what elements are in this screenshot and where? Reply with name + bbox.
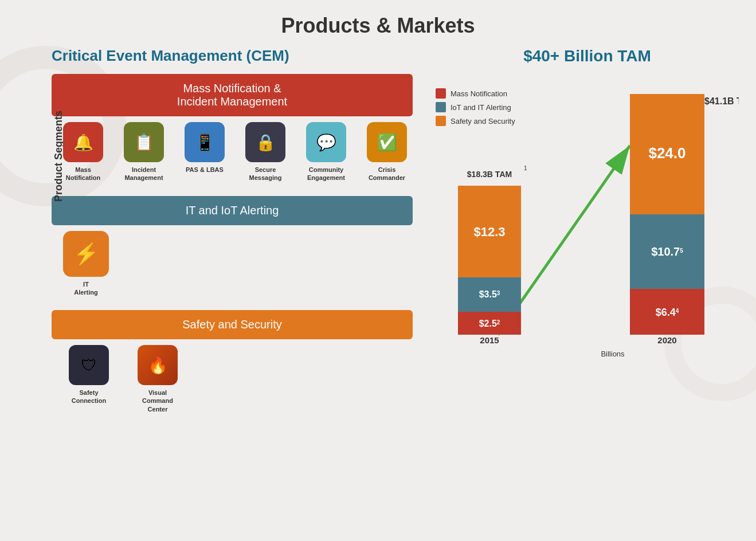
segment-it-iot: IT and IoT Alerting ⚡ ITAlerting: [52, 196, 413, 299]
products-row-it-iot: ⚡ ITAlerting: [52, 225, 413, 299]
crisis-commander-glyph: ✅: [377, 133, 397, 152]
product-item-pas-lbas: 📱 PAS & LBAS: [179, 122, 230, 174]
tam-title: $40+ Billion TAM: [436, 47, 739, 65]
secure-messaging-icon: 🔒: [245, 122, 285, 162]
main-layout: Product Segments Critical Event Manageme…: [0, 47, 756, 415]
community-engagement-glyph: 💬: [316, 133, 336, 152]
chart-wrapper: Mass Notification IoT and IT Alerting Sa…: [436, 83, 739, 381]
it-alerting-label: ITAlerting: [74, 280, 98, 297]
safety-connection-label: SafetyConnection: [72, 389, 107, 405]
billions-label: Billions: [601, 350, 625, 358]
mass-notification-icon-glyph: 🔔: [73, 133, 93, 152]
right-panel: $40+ Billion TAM Mass Notification IoT a…: [424, 47, 739, 415]
segment-box-safety-security: Safety and Security: [52, 310, 413, 339]
product-item-crisis-commander: ✅ CrisisCommander: [361, 122, 413, 182]
product-item-visual-command-center: 🔥 VisualCommand Center: [132, 345, 183, 413]
community-engagement-icon: 💬: [306, 122, 346, 162]
mass-notification-icon: 🔔: [63, 122, 103, 162]
bar-2020-teal-value: $10.75: [651, 245, 683, 258]
bar-2015-tam-label: $18.3B TAM: [467, 170, 512, 179]
left-panel: Product Segments Critical Event Manageme…: [17, 47, 413, 415]
products-row-mass-notification: 🔔 MassNotification 📋 IncidentManagement …: [52, 116, 413, 185]
segment-mass-notification: Mass Notification &Incident Management 🔔…: [52, 74, 413, 185]
segment-box-it-iot: IT and IoT Alerting: [52, 196, 413, 225]
products-row-safety-security: 🛡 SafetyConnection 🔥 VisualCommand Cente…: [52, 339, 413, 415]
pas-lbas-glyph: 📱: [195, 133, 215, 152]
secure-messaging-glyph: 🔒: [256, 133, 276, 152]
bar-chart-svg: $2.52 $3.53 $12.3 $18.3B TAM 1 2015 $6.4…: [441, 94, 739, 381]
bar-2020-year-label: 2020: [657, 335, 676, 345]
incident-management-label: IncidentManagement: [124, 166, 163, 182]
segment-label-safety-security: Safety and Security: [182, 318, 281, 331]
product-item-it-alerting: ⚡ ITAlerting: [57, 231, 115, 297]
segment-label-it-iot: IT and IoT Alerting: [186, 204, 279, 217]
segment-label-mass-notification: Mass Notification &Incident Management: [177, 82, 287, 108]
safety-connection-glyph: 🛡: [81, 356, 97, 375]
mass-notification-label: MassNotification: [66, 166, 101, 182]
incident-management-icon: 📋: [124, 122, 164, 162]
crisis-commander-label: CrisisCommander: [369, 166, 405, 182]
bar-2015-orange-value: $12.3: [473, 225, 505, 239]
crisis-commander-icon: ✅: [367, 122, 407, 162]
product-item-mass-notification: 🔔 MassNotification: [57, 122, 109, 182]
segments-container: Mass Notification &Incident Management 🔔…: [52, 74, 413, 415]
visual-command-center-label: VisualCommand Center: [132, 389, 183, 413]
visual-command-center-icon: 🔥: [138, 345, 178, 385]
product-item-secure-messaging: 🔒 SecureMessaging: [240, 122, 291, 182]
product-item-community-engagement: 💬 CommunityEngagement: [300, 122, 352, 182]
cem-title: Critical Event Management (CEM): [52, 47, 413, 65]
bar-2020-red-value: $6.44: [656, 307, 679, 318]
community-engagement-label: CommunityEngagement: [307, 166, 345, 182]
it-alerting-glyph: ⚡: [73, 242, 99, 266]
it-alerting-icon: ⚡: [63, 231, 109, 277]
product-item-incident-mgmt: 📋 IncidentManagement: [118, 122, 170, 182]
bar-2015-tam-sup: 1: [524, 165, 527, 171]
product-item-safety-connection: 🛡 SafetyConnection: [63, 345, 115, 413]
bar-2020-tam-label: $41.1B TAM: [704, 96, 739, 106]
incident-management-glyph: 📋: [134, 133, 154, 152]
safety-connection-icon: 🛡: [69, 345, 109, 385]
pas-lbas-label: PAS & LBAS: [186, 166, 224, 174]
secure-messaging-label: SecureMessaging: [249, 166, 282, 182]
segment-safety-security: Safety and Security 🛡 SafetyConnection 🔥: [52, 310, 413, 415]
bar-2015-year-label: 2015: [480, 335, 499, 345]
bar-2020-orange-value: $24.0: [648, 144, 686, 162]
segment-box-mass-notification: Mass Notification &Incident Management: [52, 74, 413, 116]
pas-lbas-icon: 📱: [185, 122, 225, 162]
visual-command-center-glyph: 🔥: [148, 356, 168, 375]
page-title: Products & Markets: [0, 0, 756, 47]
